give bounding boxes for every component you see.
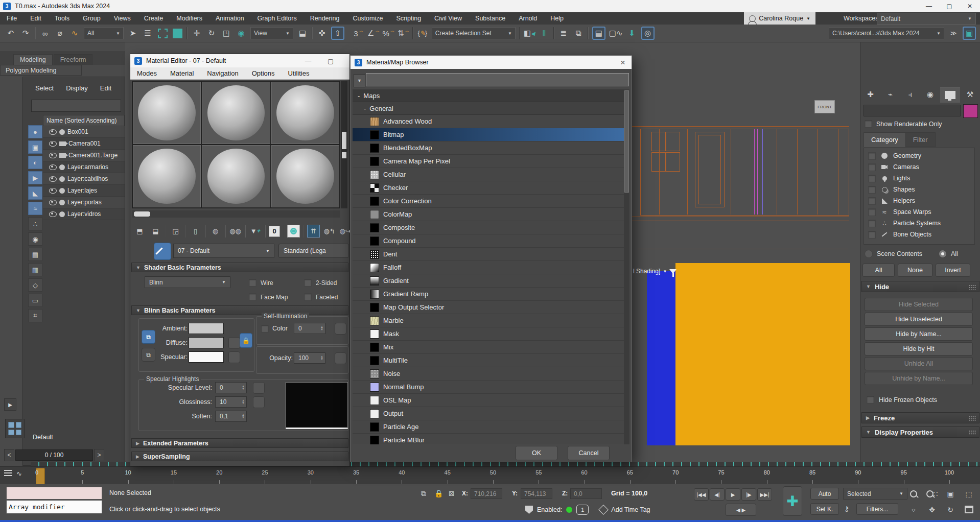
category-row[interactable]: Lights — [864, 173, 974, 184]
menu-item[interactable]: File — [0, 12, 24, 25]
render-setup-icon[interactable]: ◎ — [641, 27, 655, 40]
align-icon[interactable]: ⫴ — [539, 28, 550, 39]
two-sided-checkbox[interactable]: 2-Sided — [304, 279, 337, 287]
tab-utilities[interactable]: ⚒ — [960, 87, 980, 102]
extended-parameters-rollout[interactable]: ▶ Extended Parameters — [131, 438, 348, 448]
explorer-menu-item[interactable]: Edit — [100, 84, 111, 92]
explorer-search-input[interactable] — [31, 100, 121, 112]
category-row[interactable]: Particle Systems — [864, 218, 974, 229]
zoom-region-icon[interactable]: ⬚ — [961, 487, 977, 501]
timeline[interactable]: ∿ 05101520253035404550556065707580859095… — [0, 466, 980, 485]
self-illum-map-button[interactable] — [335, 323, 346, 335]
x-coordinate-field[interactable]: 710,216 — [471, 488, 502, 499]
spinner-snap-icon[interactable]: ⇅⌒ — [398, 28, 409, 39]
faceted-checkbox[interactable]: Faceted — [304, 293, 338, 301]
tab-motion[interactable]: ◉ — [920, 87, 940, 102]
visibility-eye-icon[interactable] — [49, 176, 57, 182]
sample-slot[interactable] — [271, 145, 339, 207]
scrollbar-thumb[interactable] — [342, 152, 346, 158]
lock-ambient-diffuse-icon[interactable]: ⧉ — [142, 330, 155, 344]
angle-snap-icon[interactable]: ∠⌒ — [367, 28, 379, 39]
viewport-label[interactable]: l Shading] ▼ — [633, 268, 676, 275]
menu-item[interactable]: Edit — [24, 12, 48, 25]
list-item[interactable]: Advanced Wood — [353, 115, 625, 128]
close-icon[interactable]: ✕ — [614, 56, 632, 69]
table-row[interactable]: Layer:vidros — [43, 208, 125, 220]
explorer-menu-item[interactable]: Select — [35, 84, 54, 92]
menu-item[interactable]: Animation — [209, 12, 251, 25]
list-item[interactable]: Composite — [353, 221, 625, 234]
viewport-layout-tabs-icon[interactable] — [5, 419, 25, 438]
table-row[interactable]: Camera001.Targe — [43, 150, 125, 161]
display-spacewarps-icon[interactable]: ≈ — [28, 202, 42, 215]
close-button[interactable]: ✕ — [960, 0, 980, 12]
select-and-scale-icon[interactable]: ◳ — [221, 28, 232, 39]
table-row[interactable]: Layer:caixilhos — [43, 173, 125, 185]
glossiness-map-button[interactable] — [253, 396, 265, 408]
menu-item[interactable]: Tools — [48, 12, 76, 25]
specular-level-spinner[interactable]: 0 ▲▼ — [215, 382, 247, 393]
menu-item[interactable]: Views — [107, 12, 137, 25]
search-options-icon[interactable]: ▼ — [354, 74, 365, 87]
schematic-view-icon[interactable]: ⬇ — [626, 28, 638, 39]
list-item[interactable]: Output — [353, 407, 625, 420]
display-cameras-icon[interactable]: ▶ — [28, 171, 42, 184]
reset-map-icon[interactable]: ▯ — [189, 225, 202, 238]
menu-item[interactable]: Rendering — [304, 12, 346, 25]
go-to-end-icon[interactable]: ▶▶| — [757, 488, 772, 501]
maps-section-header[interactable]: - Maps — [353, 89, 625, 102]
table-row[interactable]: Camera001 — [43, 138, 125, 150]
display-xref-icon[interactable]: ⌗ — [28, 309, 42, 322]
curve-editor-icon[interactable]: ▢∿ — [609, 28, 623, 39]
maximize-button[interactable]: ▢ — [322, 54, 339, 67]
prev-frame-button[interactable]: < — [4, 449, 14, 461]
pick-material-from-object-icon[interactable] — [154, 243, 171, 260]
zoom-all-icon[interactable]: ∷ — [924, 487, 940, 501]
previous-frame-icon[interactable]: ◀| — [710, 488, 725, 501]
use-pivot-point-icon[interactable]: ⬓ — [297, 28, 308, 39]
shader-basic-parameters-rollout[interactable]: ▼ Shader Basic Parameters — [131, 263, 348, 272]
redo-icon[interactable]: ↷ — [20, 28, 31, 39]
rectangular-selection-region-icon[interactable] — [157, 28, 168, 39]
list-item[interactable]: Falloff — [353, 261, 625, 274]
undo-icon[interactable]: ↶ — [5, 28, 16, 39]
unlink-selection-icon[interactable]: ⌀ — [54, 28, 65, 39]
diffuse-map-button[interactable] — [228, 337, 240, 349]
hide-rollout[interactable]: ▼ Hide — [861, 281, 979, 292]
go-to-parent-icon[interactable]: ◍↰ — [323, 225, 336, 238]
tab-create[interactable]: ✚ — [860, 87, 880, 102]
bind-to-space-warp-icon[interactable]: ∿ — [69, 28, 80, 39]
list-item[interactable]: Mix — [353, 341, 625, 354]
display-lights-icon[interactable]: ◐ — [28, 156, 42, 169]
material-editor-menu-item[interactable]: Options — [252, 69, 275, 77]
tab-filter[interactable]: Filter — [906, 132, 936, 147]
freeze-rollout[interactable]: ▶ Freeze — [861, 412, 979, 423]
general-section-header[interactable]: - General — [353, 102, 625, 115]
percent-snap-icon[interactable]: %⌒ — [382, 28, 393, 39]
show-shaded-material-in-viewport-icon[interactable] — [287, 225, 300, 238]
key-step-icons[interactable]: ◀ ▶ — [726, 504, 756, 516]
opacity-map-button[interactable] — [335, 352, 346, 364]
browser-scrollbar[interactable] — [624, 89, 629, 444]
list-item[interactable]: Normal Bump — [353, 381, 625, 394]
all-button[interactable]: All — [862, 264, 895, 277]
cancel-button[interactable]: Cancel — [568, 446, 610, 460]
show-end-result-icon[interactable]: ⇈ — [307, 225, 320, 238]
shield-icon[interactable] — [525, 506, 533, 514]
diffuse-color-swatch[interactable] — [189, 337, 224, 348]
reference-coordinate-dropdown[interactable]: View ▼ — [250, 27, 293, 39]
hide-action-button[interactable]: Unhide by Name... — [865, 372, 973, 385]
toggle-scene-explorer-icon[interactable]: ▤ — [592, 27, 605, 40]
category-row[interactable]: Helpers — [864, 195, 974, 206]
key-filters-button[interactable]: Filters... — [856, 503, 898, 515]
visibility-eye-icon[interactable] — [49, 141, 57, 147]
go-to-start-icon[interactable]: |◀◀ — [694, 488, 709, 501]
all-radio[interactable] — [939, 250, 947, 258]
notification-badge[interactable]: 1 — [576, 505, 589, 515]
list-item[interactable]: Particle MBlur — [353, 434, 625, 444]
tab-display[interactable] — [940, 87, 960, 103]
field-of-view-icon[interactable]: ⌔ — [905, 503, 922, 516]
selection-filter-dropdown[interactable]: All ▼ — [84, 27, 124, 39]
menu-item[interactable]: Create — [137, 12, 170, 25]
scrollbar-thumb[interactable] — [134, 211, 150, 217]
